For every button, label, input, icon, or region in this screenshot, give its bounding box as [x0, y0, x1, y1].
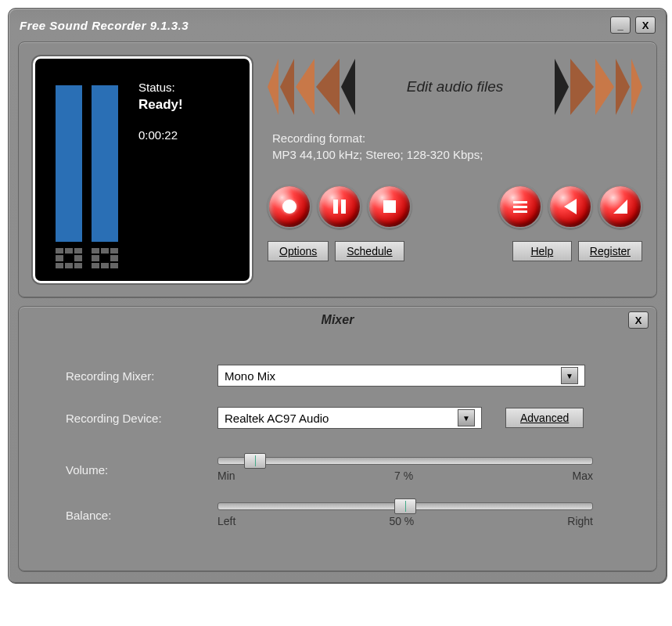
advanced-button[interactable]: Advanced: [505, 408, 584, 428]
schedule-button[interactable]: Schedule: [335, 241, 404, 261]
dropdown-icon[interactable]: ▼: [561, 367, 578, 384]
display-text: Status: Ready! 0:00:22: [128, 71, 239, 268]
recording-mixer-combo[interactable]: Mono Mix ▼: [217, 365, 585, 387]
main-panel: Status: Ready! 0:00:22 Edit audio files …: [18, 41, 657, 298]
mixer-close-button[interactable]: X: [628, 311, 649, 329]
stop-button[interactable]: [368, 185, 411, 228]
help-button[interactable]: Help: [512, 241, 572, 261]
transport-row: [268, 185, 642, 228]
triangle-icon: [613, 200, 627, 214]
app-window: Free Sound Recorder 9.1.3.3 _ X Status: …: [8, 8, 667, 584]
expand-button[interactable]: [598, 185, 642, 228]
playlist-button[interactable]: [498, 185, 542, 228]
balance-row: Balance: Left 50 % Right: [66, 502, 609, 527]
volume-row: Volume: Min 7 % Max: [66, 457, 609, 482]
recording-device-value: Realtek AC97 Audio: [225, 412, 329, 425]
elapsed-time: 0:00:22: [138, 128, 239, 142]
balance-label: Balance:: [66, 509, 207, 522]
mixer-title-bar: Mixer X: [19, 307, 656, 333]
edit-banner[interactable]: Edit audio files: [268, 56, 642, 117]
link-row: Options Schedule Help Register: [268, 241, 642, 261]
format-info: Recording format: MP3 44,100 kHz; Stereo…: [268, 131, 642, 161]
recording-device-combo[interactable]: Realtek AC97 Audio ▼: [217, 407, 482, 429]
vu-bar-left: [56, 85, 82, 242]
close-button[interactable]: X: [635, 16, 656, 34]
volume-max-label: Max: [573, 470, 593, 482]
status-label: Status:: [138, 81, 239, 94]
vu-bar-right: [92, 85, 118, 242]
pause-icon: [333, 200, 346, 214]
edit-audio-link[interactable]: Edit audio files: [397, 78, 513, 95]
record-icon: [282, 200, 296, 214]
recording-mixer-label: Recording Mixer:: [66, 369, 207, 383]
window-title: Free Sound Recorder 9.1.3.3: [20, 19, 610, 32]
channel-indicator-right: [92, 248, 118, 268]
volume-label: Volume:: [66, 463, 207, 477]
speaker-icon-right: [555, 56, 642, 117]
list-icon: [513, 201, 527, 213]
balance-left-label: Left: [217, 515, 235, 527]
balance-slider[interactable]: Left 50 % Right: [217, 502, 593, 527]
play-button[interactable]: [548, 185, 592, 228]
play-icon: [564, 199, 577, 214]
options-button[interactable]: Options: [268, 241, 329, 261]
balance-right-label: Right: [567, 515, 593, 527]
volume-min-label: Min: [217, 470, 235, 482]
recording-mixer-value: Mono Mix: [225, 369, 275, 383]
title-bar: Free Sound Recorder 9.1.3.3 _ X: [12, 12, 663, 38]
device-row: Recording Device: Realtek AC97 Audio ▼ A…: [66, 407, 609, 429]
window-controls: _ X: [610, 16, 656, 34]
format-label: Recording format:: [272, 131, 642, 145]
speaker-icon-left: [268, 56, 355, 117]
recording-device-label: Recording Device:: [66, 412, 207, 425]
vu-meter: [46, 71, 128, 268]
control-area: Edit audio files Recording format: MP3 4…: [268, 56, 642, 283]
stop-icon: [383, 200, 396, 213]
mixer-title: Mixer: [322, 313, 354, 327]
dropdown-icon[interactable]: ▼: [458, 409, 475, 426]
volume-percent: 7 %: [394, 470, 413, 482]
record-button[interactable]: [268, 185, 311, 228]
mixer-panel: Mixer X Recording Mixer: Mono Mix ▼ Reco…: [18, 306, 657, 572]
balance-percent: 50 %: [389, 515, 414, 527]
channel-indicator-left: [56, 248, 82, 268]
volume-thumb[interactable]: [244, 453, 266, 469]
mixer-body: Recording Mixer: Mono Mix ▼ Recording De…: [19, 333, 656, 571]
recorder-display: Status: Ready! 0:00:22: [33, 56, 252, 283]
balance-thumb[interactable]: [394, 498, 416, 514]
minimize-button[interactable]: _: [610, 16, 631, 34]
register-button[interactable]: Register: [578, 241, 642, 261]
pause-button[interactable]: [318, 185, 361, 228]
status-value: Ready!: [138, 97, 239, 113]
mixer-row: Recording Mixer: Mono Mix ▼: [66, 365, 609, 387]
volume-slider[interactable]: Min 7 % Max: [217, 457, 593, 482]
format-value: MP3 44,100 kHz; Stereo; 128-320 Kbps;: [272, 148, 642, 161]
